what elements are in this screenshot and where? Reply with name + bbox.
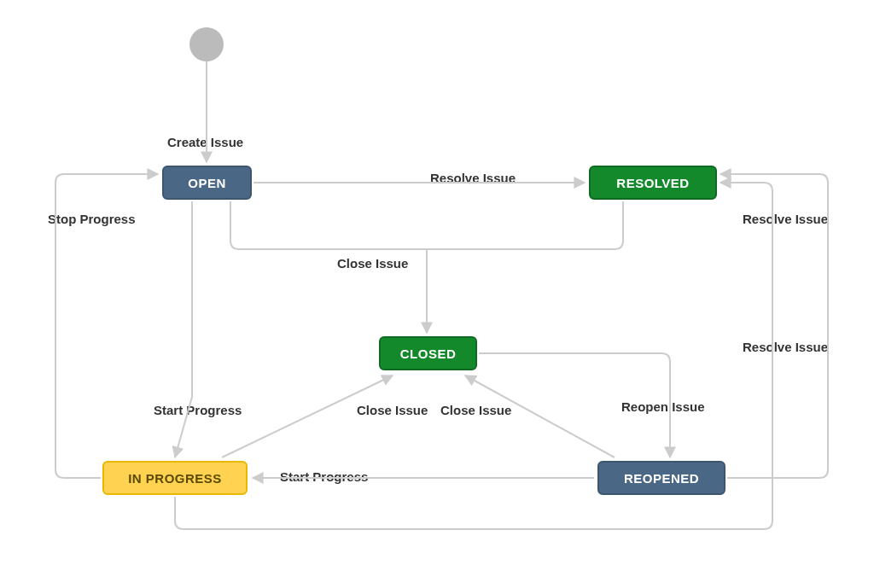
edge-label-resolve-issue-mid: Resolve Issue [743, 340, 828, 354]
node-label: RESOLVED [616, 176, 689, 190]
edge-label-resolve-issue-top: Resolve Issue [430, 171, 516, 185]
node-in-progress: IN PROGRESS [102, 461, 248, 495]
edges-svg [0, 0, 874, 588]
node-closed: CLOSED [379, 336, 477, 370]
node-open: OPEN [162, 166, 252, 200]
node-label: REOPENED [624, 471, 699, 486]
edge-label-resolve-issue-right: Resolve Issue [743, 212, 828, 226]
node-label: IN PROGRESS [128, 471, 222, 486]
edge-label-close-issue-left: Close Issue [357, 403, 428, 417]
start-node [189, 27, 224, 61]
node-resolved: RESOLVED [589, 166, 717, 200]
edge-label-close-issue-right: Close Issue [440, 403, 511, 417]
edge-label-start-progress-left: Start Progress [154, 403, 242, 417]
edge-label-create-issue: Create Issue [167, 135, 243, 149]
node-reopened: REOPENED [597, 461, 725, 495]
node-label: OPEN [188, 176, 226, 190]
workflow-diagram: OPEN RESOLVED CLOSED IN PROGRESS REOPENE… [0, 0, 874, 588]
edge-label-close-issue-top: Close Issue [337, 256, 408, 271]
node-label: CLOSED [400, 346, 457, 361]
edge-label-start-progress-mid: Start Progress [280, 469, 368, 484]
edge-label-stop-progress: Stop Progress [48, 212, 136, 226]
edge-label-reopen-issue: Reopen Issue [621, 399, 705, 414]
